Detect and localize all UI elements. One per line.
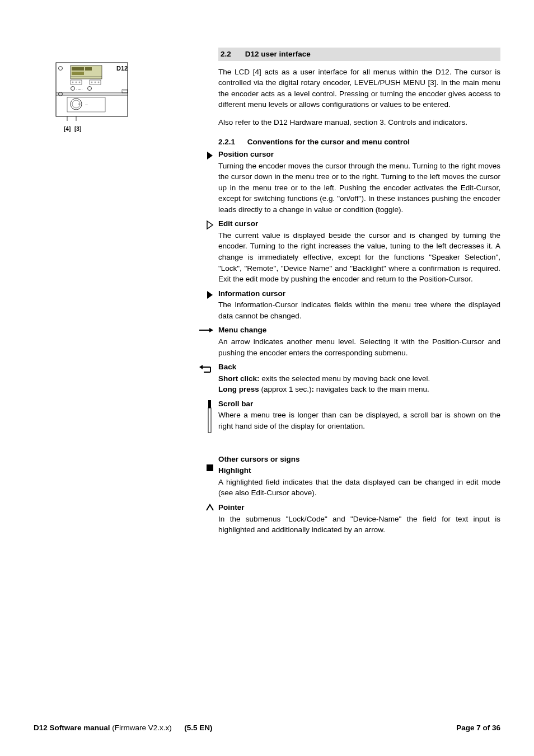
information-cursor-heading: Information cursor: [218, 288, 500, 299]
main-columns: D12: [34, 48, 500, 539]
left-column: D12: [34, 48, 218, 539]
footer-left: D12 Software manual (Firmware V2.x.x) (5…: [34, 722, 213, 734]
edit-cursor-body: The current value is displayed beside th…: [218, 230, 500, 285]
information-cursor-body: The Information-Cursor indicates fields …: [218, 299, 500, 321]
subsection-heading: 2.2.1 Conventions for the cursor and men…: [218, 137, 500, 148]
back-long-label: Long press: [218, 385, 259, 393]
svg-rect-34: [208, 400, 211, 408]
highlight-body: A highlighted field indicates that the d…: [218, 477, 500, 499]
back-short-line: Short click: exits the selected menu by …: [218, 373, 500, 384]
row-position-cursor: Position cursor Turning the encoder move…: [218, 149, 500, 215]
svg-rect-6: [85, 67, 92, 71]
svg-point-13: [79, 82, 80, 83]
svg-point-11: [72, 82, 73, 83]
svg-point-1: [59, 67, 63, 71]
scroll-bar-icon: [202, 398, 218, 434]
svg-rect-7: [72, 72, 84, 75]
back-long-paren: (approx 1 sec.): [259, 385, 312, 393]
scroll-bar-body: Where a menu tree is longer than can be …: [218, 410, 500, 431]
position-cursor-heading: Position cursor: [218, 149, 500, 160]
footer-mid: (5.5 EN): [184, 724, 212, 732]
page-footer: D12 Software manual (Firmware V2.x.x) (5…: [34, 722, 500, 734]
highlight-icon: [202, 454, 218, 499]
section-title: D12 user interface: [245, 50, 311, 58]
back-long-line: Long press (approx 1 sec.): navigates ba…: [218, 384, 500, 395]
svg-rect-35: [208, 408, 211, 433]
section-para-1: The LCD [4] acts as a user interface for…: [218, 67, 500, 110]
svg-rect-5: [72, 67, 84, 71]
right-column: 2.2 D12 user interface The LCD [4] acts …: [218, 48, 500, 539]
ref-label-4: [4]: [64, 126, 71, 132]
row-information-cursor: Information cursor The Information-Curso…: [218, 288, 500, 322]
back-short-label: Short click:: [218, 374, 260, 383]
row-edit-cursor: Edit cursor The current value is display…: [218, 218, 500, 284]
device-illustration: D12: [34, 62, 218, 134]
device-svg: D12: [34, 62, 134, 123]
information-cursor-icon: [202, 288, 218, 322]
back-icon: [202, 361, 218, 395]
row-menu-change: Menu change An arrow indicates another m…: [218, 325, 500, 358]
svg-point-16: [98, 82, 99, 83]
back-long-body: navigates back to the main menu.: [314, 385, 429, 393]
menu-change-heading: Menu change: [218, 325, 500, 336]
svg-point-14: [91, 82, 92, 83]
device-reference-labels: [4] [3]: [64, 125, 218, 134]
page: D12: [0, 0, 534, 756]
other-cursors-heading: Other cursors or signs: [218, 454, 500, 465]
svg-text:---: ---: [85, 103, 88, 106]
pointer-heading: Pointer: [218, 502, 500, 513]
menu-change-body: An arrow indicates another menu level. S…: [218, 336, 500, 358]
position-cursor-icon: [202, 149, 218, 215]
svg-point-17: [71, 87, 75, 91]
section-heading: 2.2 D12 user interface: [218, 48, 500, 61]
footer-title-rest: (Firmware V2.x.x): [110, 724, 172, 732]
section-number: 2.2: [221, 49, 243, 60]
svg-rect-36: [207, 464, 213, 471]
svg-text:D12: D12: [116, 65, 128, 72]
scroll-bar-heading: Scroll bar: [218, 398, 500, 410]
edit-cursor-icon: [202, 218, 218, 284]
back-short-body: exits the selected menu by moving back o…: [260, 374, 430, 383]
footer-right: Page 7 of 36: [456, 722, 500, 734]
pointer-icon: [202, 502, 218, 536]
menu-change-icon: [202, 325, 218, 358]
edit-cursor-heading: Edit cursor: [218, 218, 500, 229]
position-cursor-body: Turning the encoder moves the cursor thr…: [218, 161, 500, 215]
subsection-number: 2.2.1: [218, 137, 245, 148]
back-heading: Back: [218, 361, 500, 373]
subsection-title: Conventions for the cursor and menu cont…: [247, 138, 410, 146]
ref-label-3: [3]: [74, 126, 81, 132]
row-back: Back Short click: exits the selected men…: [218, 361, 500, 395]
footer-title-bold: D12 Software manual: [34, 724, 110, 732]
highlight-heading: Highlight: [218, 465, 500, 476]
svg-point-12: [76, 82, 77, 83]
svg-point-19: [88, 87, 92, 91]
row-highlight: Other cursors or signs Highlight A highl…: [218, 454, 500, 499]
svg-point-2: [59, 92, 63, 96]
section-para-2: Also refer to the D12 Hardware manual, s…: [218, 117, 500, 128]
row-scroll-bar: Scroll bar Where a menu tree is longer t…: [218, 398, 500, 434]
pointer-body: In the submenus "Lock/Code" and "Device-…: [218, 514, 500, 536]
row-pointer: Pointer In the submenus "Lock/Code" and …: [218, 502, 500, 536]
svg-point-15: [95, 82, 96, 83]
svg-text:. – .: . – .: [76, 87, 83, 91]
